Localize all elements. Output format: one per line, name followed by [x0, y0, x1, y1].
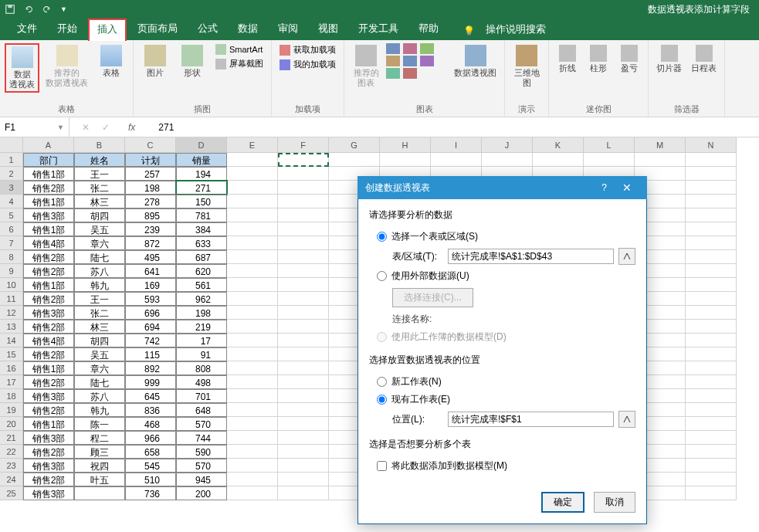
empty-cell[interactable]: [686, 375, 737, 389]
empty-cell[interactable]: [227, 347, 278, 361]
row-header[interactable]: 20: [0, 417, 23, 431]
table-data-cell[interactable]: 744: [176, 431, 227, 445]
column-header-B[interactable]: B: [74, 137, 125, 153]
get-addins-button[interactable]: 获取加载项: [276, 43, 339, 56]
row-header[interactable]: 22: [0, 445, 23, 459]
table-data-cell[interactable]: 销售2部: [23, 347, 74, 361]
empty-cell[interactable]: [686, 236, 737, 250]
table-data-cell[interactable]: 468: [125, 417, 176, 431]
table-data-cell[interactable]: 陆七: [74, 375, 125, 389]
smartart-button[interactable]: SmartArt: [212, 43, 266, 56]
table-data-cell[interactable]: 陈一: [74, 417, 125, 431]
location-picker-button[interactable]: [618, 411, 635, 428]
empty-cell[interactable]: [686, 389, 737, 403]
table-data-cell[interactable]: 620: [176, 264, 227, 278]
empty-cell[interactable]: [227, 264, 278, 278]
dialog-help-icon[interactable]: ?: [594, 182, 615, 193]
empty-cell[interactable]: [686, 320, 737, 334]
tab-view[interactable]: 视图: [309, 18, 347, 40]
row-header[interactable]: 10: [0, 278, 23, 292]
empty-cell[interactable]: [686, 361, 737, 375]
fx-icon[interactable]: fx: [122, 122, 141, 133]
row-header[interactable]: 4: [0, 195, 23, 208]
recommended-pivot-button[interactable]: 推荐的 数据透视表: [42, 43, 91, 93]
empty-cell[interactable]: [227, 167, 278, 181]
table-data-cell[interactable]: 150: [176, 195, 227, 208]
table-data-cell[interactable]: 销售3部: [23, 389, 74, 403]
chart-type-icon[interactable]: [403, 56, 417, 66]
table-data-cell[interactable]: 苏八: [74, 264, 125, 278]
empty-cell[interactable]: [227, 208, 278, 222]
table-data-cell[interactable]: 销售1部: [23, 361, 74, 375]
slicer-button[interactable]: 切片器: [653, 43, 685, 75]
table-data-cell[interactable]: 648: [176, 403, 227, 417]
empty-cell[interactable]: [686, 417, 737, 431]
empty-cell[interactable]: [278, 431, 329, 445]
empty-cell[interactable]: [278, 389, 329, 403]
empty-cell[interactable]: [584, 153, 635, 167]
empty-cell[interactable]: [278, 486, 329, 500]
empty-cell[interactable]: [278, 417, 329, 431]
empty-cell[interactable]: [278, 250, 329, 264]
empty-cell[interactable]: [686, 473, 737, 486]
table-data-cell[interactable]: 顾三: [74, 445, 125, 459]
chart-type-icon[interactable]: [403, 43, 417, 54]
table-button[interactable]: 表格: [94, 43, 128, 93]
empty-cell[interactable]: [686, 459, 737, 473]
screenshot-button[interactable]: 屏幕截图: [212, 57, 266, 70]
sparkline-column-button[interactable]: 柱形: [584, 43, 612, 75]
empty-cell[interactable]: [278, 334, 329, 347]
empty-cell[interactable]: [227, 431, 278, 445]
table-data-cell[interactable]: 278: [125, 195, 176, 208]
table-data-cell[interactable]: 561: [176, 278, 227, 292]
sparkline-line-button[interactable]: 折线: [554, 43, 581, 75]
table-data-cell[interactable]: 593: [125, 292, 176, 306]
chart-type-icon[interactable]: [386, 56, 400, 66]
table-data-cell[interactable]: 633: [176, 236, 227, 250]
ok-button[interactable]: 确定: [541, 492, 584, 513]
table-data-cell[interactable]: 销售3部: [23, 431, 74, 445]
table-data-cell[interactable]: 590: [176, 445, 227, 459]
table-header-cell[interactable]: 姓名: [74, 153, 125, 167]
table-data-cell[interactable]: 169: [125, 278, 176, 292]
table-data-cell[interactable]: 叶五: [74, 473, 125, 486]
empty-cell[interactable]: [278, 222, 329, 236]
row-header[interactable]: 24: [0, 473, 23, 486]
row-header[interactable]: 14: [0, 334, 23, 347]
empty-cell[interactable]: [227, 222, 278, 236]
table-data-cell[interactable]: 808: [176, 361, 227, 375]
table-data-cell[interactable]: 257: [125, 167, 176, 181]
empty-cell[interactable]: [227, 153, 278, 167]
empty-cell[interactable]: [278, 473, 329, 486]
table-data-cell[interactable]: 271: [176, 181, 227, 195]
empty-cell[interactable]: [278, 153, 329, 167]
cancel-button[interactable]: 取消: [594, 492, 635, 513]
tab-home[interactable]: 开始: [48, 18, 86, 40]
table-data-cell[interactable]: 962: [176, 292, 227, 306]
table-data-cell[interactable]: 966: [125, 431, 176, 445]
table-data-cell[interactable]: 销售1部: [23, 278, 74, 292]
table-data-cell[interactable]: 销售2部: [23, 403, 74, 417]
lightbulb-icon[interactable]: 💡: [459, 22, 479, 40]
empty-cell[interactable]: [227, 236, 278, 250]
table-data-cell[interactable]: 销售2部: [23, 320, 74, 334]
empty-cell[interactable]: [635, 153, 686, 167]
row-header[interactable]: 19: [0, 403, 23, 417]
table-data-cell[interactable]: 895: [125, 208, 176, 222]
empty-cell[interactable]: [686, 208, 737, 222]
empty-cell[interactable]: [686, 306, 737, 320]
column-header-M[interactable]: M: [635, 137, 686, 153]
enter-formula-icon[interactable]: ✓: [102, 122, 110, 133]
row-header[interactable]: 13: [0, 320, 23, 334]
dialog-close-icon[interactable]: ✕: [615, 181, 639, 194]
column-header-N[interactable]: N: [686, 137, 737, 153]
empty-cell[interactable]: [227, 278, 278, 292]
table-data-cell[interactable]: 陆七: [74, 250, 125, 264]
column-header-I[interactable]: I: [431, 137, 482, 153]
empty-cell[interactable]: [380, 153, 431, 167]
empty-cell[interactable]: [227, 195, 278, 208]
table-data-cell[interactable]: 200: [176, 486, 227, 500]
empty-cell[interactable]: [227, 334, 278, 347]
empty-cell[interactable]: [686, 153, 737, 167]
chart-type-icon[interactable]: [386, 43, 400, 54]
